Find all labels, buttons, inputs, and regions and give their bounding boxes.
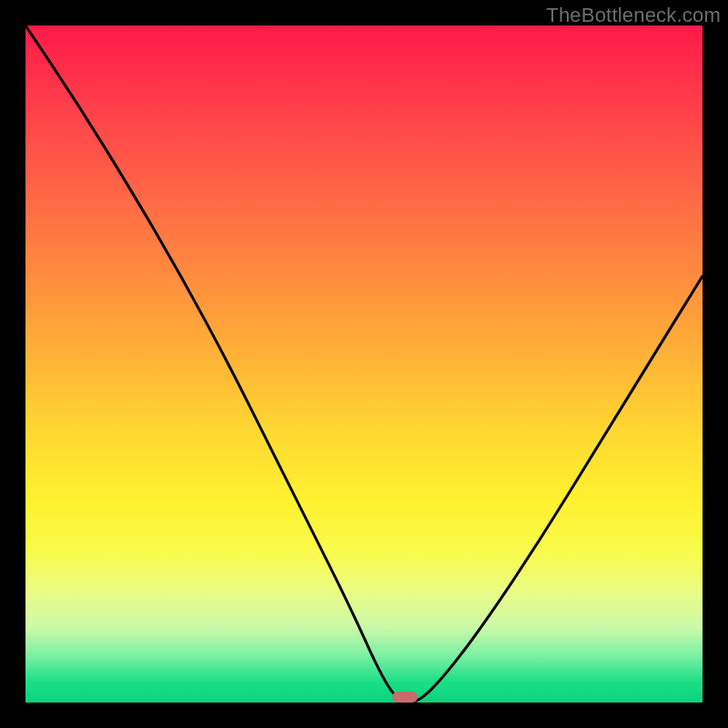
plot-area: [25, 25, 703, 703]
optimum-marker: [392, 692, 418, 703]
chart-frame: TheBottleneck.com: [0, 0, 728, 728]
watermark-text: TheBottleneck.com: [546, 4, 721, 27]
bottleneck-curve: [25, 25, 703, 703]
